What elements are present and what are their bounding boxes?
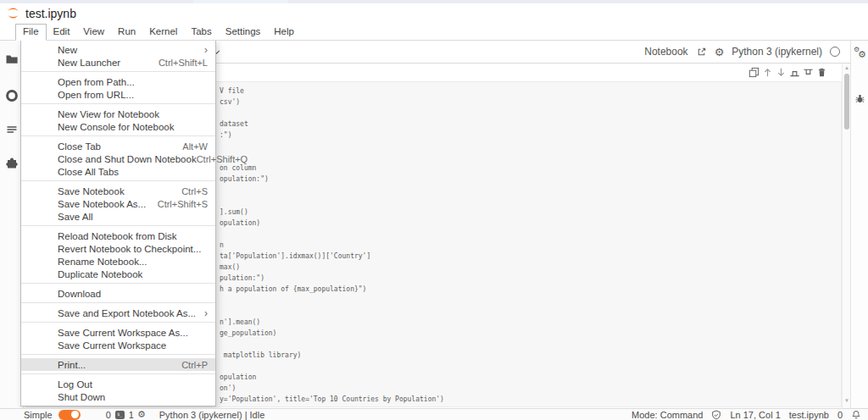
- menu-item-label: Save Current Workspace: [58, 340, 208, 351]
- cursor-position[interactable]: Ln 17, Col 1: [730, 410, 780, 420]
- menubar-item-tabs[interactable]: Tabs: [184, 24, 218, 41]
- simple-mode-label: Simple: [24, 410, 53, 420]
- menu-separator: [21, 283, 215, 284]
- menu-item-save-all[interactable]: Save All: [21, 210, 215, 223]
- menu-item-label: Rename Notebook...: [58, 257, 208, 267]
- submenu-arrow-icon: ›: [204, 46, 208, 54]
- menu-item-label: Revert Notebook to Checkpoint...: [58, 244, 208, 254]
- document-title: test.ipynb: [25, 7, 76, 20]
- terminals-count[interactable]: 0: [106, 410, 111, 420]
- menu-item-shortcut: Ctrl+S: [181, 186, 208, 196]
- title-bar: test.ipynb: [0, 3, 868, 24]
- menubar-item-file[interactable]: File: [15, 24, 47, 41]
- menubar-item-settings[interactable]: Settings: [219, 24, 268, 41]
- menu-separator: [21, 103, 215, 104]
- menu-item-label: Open from Path...: [58, 77, 208, 87]
- kernel-status-icon[interactable]: [830, 47, 840, 57]
- menubar-item-help[interactable]: Help: [267, 24, 301, 41]
- active-filename: test.ipynb: [789, 410, 829, 420]
- command-mode-indicator[interactable]: Mode: Command: [632, 410, 703, 420]
- menu-item-close-all-tabs[interactable]: Close All Tabs: [21, 165, 215, 178]
- menu-item-shortcut: Alt+W: [182, 141, 208, 152]
- menu-item-save-notebook-as[interactable]: Save Notebook As...Ctrl+Shift+S: [21, 197, 215, 210]
- menu-item-save-and-export-notebook-as[interactable]: Save and Export Notebook As...›: [21, 307, 215, 319]
- notifications-count[interactable]: 0: [837, 410, 843, 420]
- simple-mode-toggle[interactable]: [58, 410, 81, 420]
- menu-item-print[interactable]: Print...Ctrl+P: [21, 358, 215, 371]
- menu-item-label: Download: [58, 289, 208, 299]
- menu-item-new-console-for-notebook[interactable]: New Console for Notebook: [21, 120, 215, 133]
- menu-item-label: New: [58, 45, 204, 55]
- kernels-count[interactable]: 1: [129, 410, 134, 420]
- kernel-status-text[interactable]: Python 3 (ipykernel) | Idle: [159, 410, 265, 420]
- menu-item-label: Log Out: [58, 379, 208, 390]
- menu-item-label: Shut Down: [58, 392, 208, 402]
- scrollbar-thumb[interactable]: [844, 74, 849, 130]
- menu-item-open-from-url[interactable]: Open from URL...: [21, 88, 215, 101]
- property-inspector-icon[interactable]: ⚙ ⚙: [854, 46, 867, 59]
- menu-item-label: New Console for Notebook: [58, 122, 208, 132]
- menubar-item-kernel[interactable]: Kernel: [142, 24, 184, 41]
- kernel-name[interactable]: Python 3 (ipykernel): [732, 46, 822, 58]
- move-cell-down-icon[interactable]: [776, 67, 787, 78]
- menu-separator: [21, 373, 215, 374]
- menu-item-new-view-for-notebook[interactable]: New View for Notebook: [21, 108, 215, 120]
- notebook-tools-label[interactable]: Notebook: [644, 46, 687, 58]
- menu-item-label: New Launcher: [58, 58, 159, 68]
- menu-separator: [21, 71, 215, 72]
- menu-item-new[interactable]: New›: [21, 43, 215, 56]
- table-of-contents-icon[interactable]: [5, 123, 19, 136]
- kernel-settings-gear-icon[interactable]: ⚙: [715, 47, 725, 58]
- external-link-icon[interactable]: [696, 47, 707, 58]
- menubar-item-edit[interactable]: Edit: [47, 24, 77, 41]
- duplicate-cell-icon[interactable]: [748, 67, 760, 78]
- menu-item-revert-notebook-to-checkpoint[interactable]: Revert Notebook to Checkpoint...: [21, 242, 215, 255]
- jupyter-logo-icon: [6, 6, 20, 20]
- menu-item-close-tab[interactable]: Close TabAlt+W: [21, 140, 215, 152]
- menu-item-duplicate-notebook[interactable]: Duplicate Notebook: [21, 268, 215, 280]
- trust-shield-icon: [711, 410, 721, 420]
- file-browser-icon[interactable]: [5, 52, 19, 66]
- delete-cell-icon[interactable]: [816, 67, 827, 78]
- menu-item-shortcut: Ctrl+Shift+S: [158, 199, 208, 209]
- debugger-bug-icon[interactable]: [854, 93, 865, 104]
- menu-item-shortcut: Ctrl+Shift+Q: [197, 154, 248, 164]
- running-kernels-icon[interactable]: [5, 89, 19, 102]
- menu-item-label: Save Current Workspace As...: [58, 328, 208, 338]
- menu-item-rename-notebook[interactable]: Rename Notebook...: [21, 255, 215, 268]
- vertical-scrollbar[interactable]: ▲ ▼: [842, 64, 850, 408]
- menu-item-label: Save Notebook: [58, 186, 181, 196]
- insert-cell-above-icon[interactable]: [789, 67, 800, 78]
- menu-item-label: Close Tab: [58, 141, 182, 152]
- menu-separator: [21, 302, 215, 303]
- insert-cell-below-icon[interactable]: [803, 67, 814, 78]
- move-cell-up-icon[interactable]: [762, 67, 773, 78]
- menubar-item-view[interactable]: View: [76, 24, 111, 41]
- menu-item-open-from-path[interactable]: Open from Path...: [21, 75, 215, 88]
- menu-item-save-current-workspace-as[interactable]: Save Current Workspace As...: [21, 326, 215, 339]
- menu-item-label: Close All Tabs: [58, 167, 208, 177]
- menu-item-label: Save All: [58, 212, 208, 222]
- menu-item-save-notebook[interactable]: Save NotebookCtrl+S: [21, 185, 215, 197]
- menu-separator: [21, 180, 215, 181]
- menu-item-log-out[interactable]: Log Out: [21, 378, 215, 390]
- menu-item-download[interactable]: Download: [21, 287, 215, 300]
- menu-item-label: Duplicate Notebook: [58, 269, 208, 279]
- file-menu: New›New LauncherCtrl+Shift+LOpen from Pa…: [20, 40, 216, 406]
- menu-item-save-current-workspace[interactable]: Save Current Workspace: [21, 339, 215, 351]
- menu-item-close-and-shut-down-notebook[interactable]: Close and Shut Down NotebookCtrl+Shift+Q: [21, 152, 215, 165]
- code-editor[interactable]: V file csv') dataset :") on column opula…: [220, 86, 444, 405]
- extension-manager-icon[interactable]: [5, 157, 19, 170]
- menu-separator: [21, 322, 215, 323]
- menu-item-shut-down[interactable]: Shut Down: [21, 390, 215, 403]
- menubar-item-run[interactable]: Run: [111, 24, 142, 41]
- bell-icon[interactable]: [851, 410, 861, 420]
- right-sidebar: ⚙ ⚙: [850, 41, 868, 408]
- cell-toolbar: [748, 66, 827, 78]
- menu-item-label: Close and Shut Down Notebook: [58, 154, 197, 164]
- menu-item-new-launcher[interactable]: New LauncherCtrl+Shift+L: [21, 56, 215, 69]
- menu-item-label: Save Notebook As...: [58, 199, 158, 209]
- menu-item-reload-notebook-from-disk[interactable]: Reload Notebook from Disk: [21, 229, 215, 242]
- menu-bar: FileEditViewRunKernelTabsSettingsHelp: [0, 24, 868, 41]
- terminal-icon: $_: [115, 411, 125, 419]
